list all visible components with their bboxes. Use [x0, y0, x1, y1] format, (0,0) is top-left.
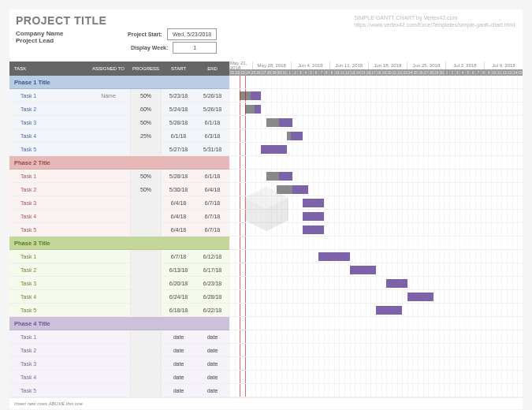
task-start[interactable]: 5/27/18	[162, 147, 195, 152]
task-end[interactable]: 6/17/18	[195, 267, 229, 273]
task-row[interactable]: Task 2 50% 5/30/18 6/4/18	[9, 183, 229, 196]
task-progress[interactable]: 50%	[130, 89, 162, 102]
task-name[interactable]: Task 4	[9, 214, 87, 219]
task-progress[interactable]	[130, 210, 162, 222]
task-name[interactable]: Task 2	[9, 106, 87, 112]
task-row[interactable]: Task 2 60% 5/24/18 5/26/18	[9, 102, 229, 116]
task-progress[interactable]	[130, 357, 162, 370]
gantt-bar[interactable]	[318, 252, 350, 261]
gantt-bar[interactable]	[291, 132, 303, 140]
task-name[interactable]: Task 3	[9, 200, 87, 206]
task-progress[interactable]	[130, 384, 162, 397]
task-name[interactable]: Task 5	[9, 147, 87, 152]
task-start[interactable]: 6/20/18	[162, 281, 195, 286]
task-row[interactable]: Task 3 date date	[9, 357, 229, 371]
task-name[interactable]: Task 3	[9, 120, 87, 125]
task-progress[interactable]: 50%	[130, 116, 162, 129]
task-row[interactable]: Task 1 50% 5/28/18 6/1/18	[9, 170, 229, 183]
task-row[interactable]: Task 4 6/4/18 6/7/18	[9, 210, 229, 223]
task-progress[interactable]	[130, 290, 162, 303]
task-name[interactable]: Task 1	[9, 254, 87, 259]
task-progress[interactable]: 25%	[130, 129, 162, 142]
project-lead[interactable]: Project Lead	[16, 37, 516, 44]
gantt-bar[interactable]	[407, 293, 433, 301]
task-name[interactable]: Task 3	[9, 281, 87, 286]
task-start[interactable]: 6/13/18	[162, 267, 195, 273]
task-end[interactable]: date	[195, 361, 229, 367]
task-name[interactable]: Task 5	[9, 227, 87, 233]
task-row[interactable]: Task 3 6/4/18 6/7/18	[9, 196, 229, 210]
task-progress[interactable]	[130, 223, 162, 236]
gantt-bar[interactable]	[261, 145, 287, 154]
gantt-bar[interactable]	[303, 212, 324, 221]
task-name[interactable]: Task 5	[9, 388, 87, 393]
task-row[interactable]: Task 1 date date	[9, 330, 229, 344]
task-start[interactable]: 6/18/18	[162, 308, 195, 313]
phase-header[interactable]: Phase 3 Title	[9, 237, 229, 250]
task-end[interactable]: 6/7/18	[195, 200, 229, 206]
task-start[interactable]: 6/7/18	[162, 254, 195, 259]
task-end[interactable]: date	[195, 388, 229, 393]
task-progress[interactable]: 60%	[130, 102, 162, 115]
task-start[interactable]: 5/28/18	[162, 173, 195, 179]
task-row[interactable]: Task 2 6/13/18 6/17/18	[9, 263, 229, 277]
task-row[interactable]: Task 3 6/20/18 6/23/18	[9, 277, 229, 290]
gantt-bar[interactable]	[292, 185, 308, 194]
task-row[interactable]: Task 5 6/4/18 6/7/18	[9, 223, 229, 237]
task-progress[interactable]	[130, 196, 162, 209]
task-name[interactable]: Task 4	[9, 133, 87, 139]
task-row[interactable]: Task 5 6/18/18 6/22/18	[9, 304, 229, 317]
task-start[interactable]: 5/24/18	[162, 106, 195, 112]
gantt-bar[interactable]	[279, 118, 292, 127]
task-end[interactable]: 6/23/18	[195, 281, 229, 286]
task-assigned[interactable]: Name	[87, 93, 130, 99]
task-start[interactable]: date	[162, 348, 195, 353]
task-end[interactable]: 5/26/18	[195, 106, 229, 112]
task-row[interactable]: Task 4 date date	[9, 371, 229, 384]
gantt-bar-progress[interactable]	[245, 105, 255, 114]
task-progress[interactable]	[130, 304, 162, 316]
gantt-bar[interactable]	[303, 226, 324, 234]
display-week-value[interactable]: 1	[173, 42, 217, 54]
project-start-value[interactable]: Wed, 5/23/2018	[167, 28, 217, 40]
task-start[interactable]: 6/24/18	[162, 294, 195, 300]
task-start[interactable]: 5/30/18	[162, 187, 195, 192]
gantt-bar[interactable]	[376, 306, 402, 315]
task-name[interactable]: Task 5	[9, 308, 87, 313]
phase-header[interactable]: Phase 2 Title	[9, 156, 229, 170]
gantt-bar[interactable]	[386, 279, 407, 288]
task-row[interactable]: Task 2 date date	[9, 344, 229, 357]
company-name[interactable]: Company Name	[16, 30, 516, 37]
task-progress[interactable]	[130, 344, 162, 356]
gantt-bar-progress[interactable]	[266, 172, 280, 181]
task-row[interactable]: Task 5 5/27/18 5/31/18	[9, 143, 229, 156]
task-name[interactable]: Task 1	[9, 93, 87, 99]
task-end[interactable]: 6/4/18	[195, 187, 229, 192]
gantt-bar[interactable]	[303, 199, 324, 207]
task-progress[interactable]: 50%	[130, 170, 162, 182]
task-start[interactable]: 6/4/18	[162, 214, 195, 219]
task-progress[interactable]: 50%	[130, 183, 162, 196]
task-row[interactable]: Task 1 Name 50% 5/23/18 5/26/18	[9, 89, 229, 102]
task-start[interactable]: 5/28/18	[162, 120, 195, 125]
task-end[interactable]: 6/1/18	[195, 173, 229, 179]
task-end[interactable]: 6/22/18	[195, 308, 229, 313]
task-start[interactable]: 6/4/18	[162, 200, 195, 206]
task-end[interactable]: 5/31/18	[195, 147, 229, 152]
task-start[interactable]: date	[162, 334, 195, 340]
task-row[interactable]: Task 3 50% 5/28/18 6/1/18	[9, 116, 229, 129]
gantt-bar[interactable]	[350, 266, 376, 274]
task-end[interactable]: 5/26/18	[195, 93, 229, 99]
task-progress[interactable]	[130, 371, 162, 383]
task-row[interactable]: Task 5 date date	[9, 384, 229, 397]
task-end[interactable]: 6/12/18	[195, 254, 229, 259]
task-start[interactable]: date	[162, 388, 195, 393]
phase-header[interactable]: Phase 1 Title	[9, 76, 229, 89]
task-start[interactable]: 6/4/18	[162, 227, 195, 233]
gantt-bar-progress[interactable]	[277, 185, 292, 194]
gantt-bar[interactable]	[251, 91, 261, 100]
task-end[interactable]: 6/3/18	[195, 133, 229, 139]
task-name[interactable]: Task 2	[9, 348, 87, 353]
task-end[interactable]: 6/1/18	[195, 120, 229, 125]
task-progress[interactable]	[130, 143, 162, 155]
